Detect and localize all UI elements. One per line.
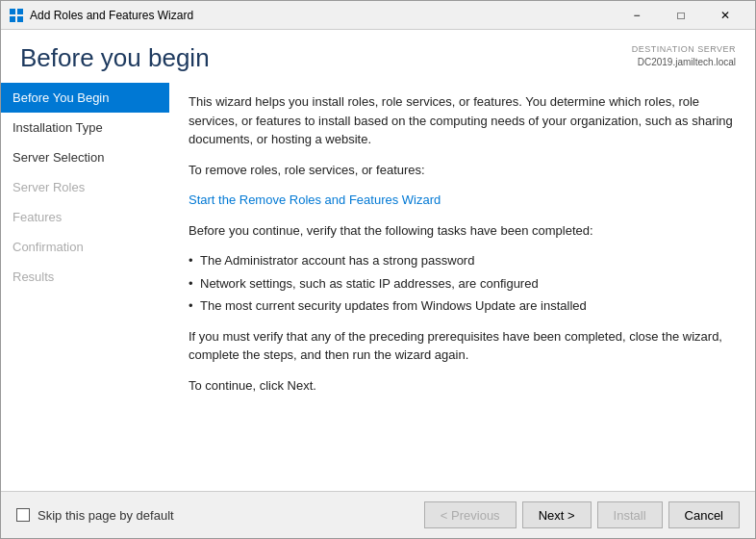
verify-paragraph: If you must verify that any of the prece… [189,327,736,365]
app-icon [9,8,24,23]
title-bar: Add Roles and Features Wizard − □ ✕ [1,1,755,30]
skip-checkbox-label: Skip this page by default [38,508,174,523]
bullet-item-3: The most current security updates from W… [189,296,736,316]
footer: Skip this page by default < Previous Nex… [1,491,755,538]
sidebar-item-server-selection[interactable]: Server Selection [1,142,169,172]
sidebar-item-server-roles: Server Roles [1,172,169,202]
continue-paragraph: To continue, click Next. [189,376,736,396]
next-button[interactable]: Next > [522,501,592,528]
sidebar: Before You Begin Installation Type Serve… [1,83,169,491]
content-panel: This wizard helps you install roles, rol… [169,83,755,491]
svg-rect-0 [10,9,15,14]
remove-roles-label: To remove roles, role services, or featu… [189,161,736,180]
minimize-button[interactable]: − [615,1,659,30]
main-area: Before You Begin Installation Type Serve… [1,83,755,491]
remove-roles-link[interactable]: Start the Remove Roles and Features Wiza… [189,192,441,207]
cancel-button[interactable]: Cancel [668,501,740,528]
verify-label: Before you continue, verify that the fol… [189,221,736,241]
footer-buttons: < Previous Next > Install Cancel [424,501,740,528]
skip-checkbox[interactable] [16,508,30,522]
page-header: Before you begin DESTINATION SERVER DC20… [1,30,755,83]
intro-paragraph: This wizard helps you install roles, rol… [189,92,736,149]
sidebar-item-installation-type[interactable]: Installation Type [1,113,169,142]
destination-label: DESTINATION SERVER [632,43,736,56]
bullet-item-1: The Administrator account has a strong p… [189,251,736,270]
maximize-button[interactable]: □ [659,1,703,30]
sidebar-item-results: Results [1,262,169,292]
previous-button[interactable]: < Previous [424,501,517,528]
wizard-window: Add Roles and Features Wizard − □ ✕ Befo… [0,0,756,539]
destination-server-info: DESTINATION SERVER DC2019.jamiltech.loca… [632,43,736,69]
window-controls: − □ ✕ [615,1,747,30]
bullet-item-2: Network settings, such as static IP addr… [189,274,736,294]
footer-left: Skip this page by default [16,508,174,523]
destination-server-name: DC2019.jamiltech.local [632,56,736,69]
svg-rect-2 [10,16,15,22]
close-button[interactable]: ✕ [703,1,747,30]
window-title: Add Roles and Features Wizard [30,9,615,22]
svg-rect-1 [17,9,23,14]
content-area: Before you begin DESTINATION SERVER DC20… [1,30,755,491]
sidebar-item-features: Features [1,202,169,232]
svg-rect-3 [17,16,23,22]
bullet-list: The Administrator account has a strong p… [189,251,736,316]
install-button[interactable]: Install [597,501,663,528]
page-title: Before you begin [20,43,210,73]
sidebar-item-confirmation: Confirmation [1,232,169,262]
sidebar-item-before-you-begin[interactable]: Before You Begin [1,83,169,113]
